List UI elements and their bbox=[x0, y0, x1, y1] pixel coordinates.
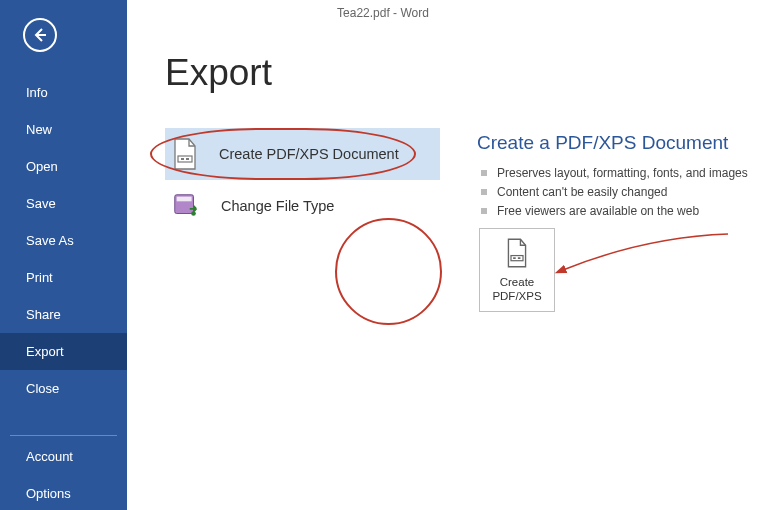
backstage-sidebar: Info New Open Save Save As Print Share E… bbox=[0, 0, 127, 510]
big-button-line1: Create bbox=[480, 276, 554, 290]
svg-rect-5 bbox=[177, 197, 192, 202]
sidebar-item-new[interactable]: New bbox=[0, 111, 127, 148]
export-options-list: Create PDF/XPS Document Change File Type bbox=[165, 128, 440, 232]
option-label: Change File Type bbox=[221, 198, 334, 214]
big-button-line2: PDF/XPS bbox=[480, 290, 554, 304]
bullet-item: Preserves layout, formatting, fonts, and… bbox=[477, 166, 759, 180]
svg-rect-3 bbox=[186, 158, 189, 160]
page-title: Export bbox=[165, 52, 272, 94]
sidebar-item-export[interactable]: Export bbox=[0, 333, 127, 370]
pdf-page-icon bbox=[171, 138, 199, 170]
svg-rect-2 bbox=[181, 158, 184, 160]
bullet-item: Free viewers are available on the web bbox=[477, 204, 759, 218]
option-change-file-type[interactable]: Change File Type bbox=[165, 180, 440, 232]
right-panel-title: Create a PDF/XPS Document bbox=[477, 132, 759, 154]
main-panel: Export Create PDF/XPS Document bbox=[127, 0, 766, 510]
svg-rect-8 bbox=[513, 257, 516, 259]
back-button[interactable] bbox=[23, 18, 57, 52]
back-arrow-icon bbox=[31, 26, 49, 44]
annotation-arrow bbox=[555, 232, 730, 277]
right-panel-bullets: Preserves layout, formatting, fonts, and… bbox=[477, 166, 759, 218]
bullet-item: Content can't be easily changed bbox=[477, 185, 759, 199]
svg-rect-9 bbox=[518, 257, 521, 259]
sidebar-item-save[interactable]: Save bbox=[0, 185, 127, 222]
sidebar-item-print[interactable]: Print bbox=[0, 259, 127, 296]
sidebar-item-save-as[interactable]: Save As bbox=[0, 222, 127, 259]
sidebar-item-info[interactable]: Info bbox=[0, 74, 127, 111]
pdf-page-icon bbox=[505, 238, 529, 268]
sidebar-item-options[interactable]: Options bbox=[0, 475, 127, 510]
svg-point-6 bbox=[191, 211, 196, 216]
option-label: Create PDF/XPS Document bbox=[219, 146, 399, 162]
export-right-panel: Create a PDF/XPS Document Preserves layo… bbox=[477, 132, 759, 223]
sidebar-item-account[interactable]: Account bbox=[0, 438, 127, 475]
sidebar-item-share[interactable]: Share bbox=[0, 296, 127, 333]
option-create-pdf-xps[interactable]: Create PDF/XPS Document bbox=[165, 128, 440, 180]
sidebar-menu: Info New Open Save Save As Print Share E… bbox=[0, 74, 127, 510]
change-filetype-icon bbox=[171, 191, 201, 221]
create-pdf-xps-button[interactable]: Create PDF/XPS bbox=[479, 228, 555, 312]
sidebar-item-close[interactable]: Close bbox=[0, 370, 127, 407]
sidebar-item-open[interactable]: Open bbox=[0, 148, 127, 185]
